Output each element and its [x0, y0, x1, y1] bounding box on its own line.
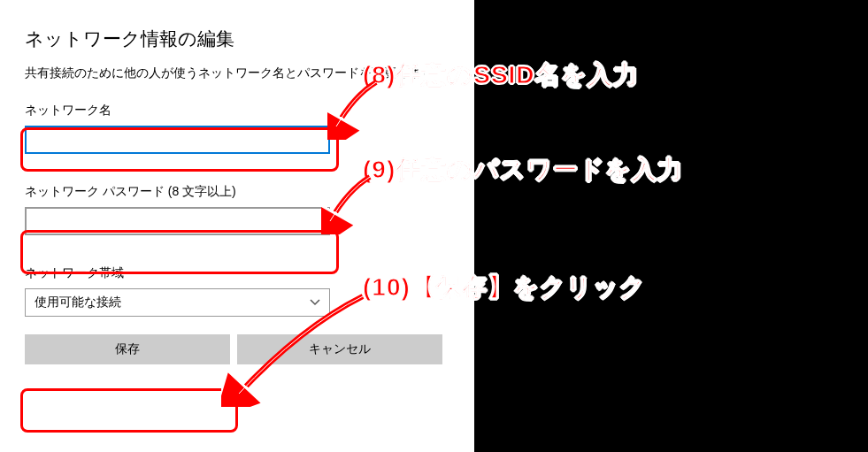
network-name-group: ネットワーク名	[25, 103, 449, 154]
network-password-label: ネットワーク パスワード (8 文字以上)	[25, 184, 449, 200]
dialog-title: ネットワーク情報の編集	[25, 27, 449, 51]
network-band-select[interactable]: 使用可能な接続	[25, 288, 330, 317]
save-button[interactable]: 保存	[25, 334, 230, 364]
network-band-group: ネットワーク帯域 使用可能な接続	[25, 265, 449, 317]
cancel-button[interactable]: キャンセル	[237, 334, 442, 364]
network-band-label: ネットワーク帯域	[25, 265, 449, 281]
edit-network-dialog: ネットワーク情報の編集 共有接続のために他の人が使うネットワーク名とパスワードを…	[0, 0, 474, 452]
network-name-input[interactable]	[25, 126, 330, 154]
network-password-input[interactable]	[25, 207, 330, 235]
chevron-down-icon	[310, 297, 320, 308]
dialog-buttons: 保存 キャンセル	[25, 334, 449, 364]
network-name-label: ネットワーク名	[25, 103, 449, 119]
dialog-subtitle: 共有接続のために他の人が使うネットワーク名とパスワードを変更します。	[25, 65, 449, 81]
network-password-group: ネットワーク パスワード (8 文字以上)	[25, 184, 449, 235]
band-selected-value: 使用可能な接続	[35, 295, 121, 310]
